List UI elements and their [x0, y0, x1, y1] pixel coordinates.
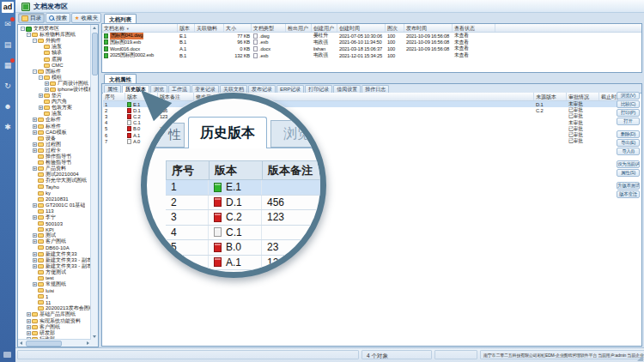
column-header[interactable]: 版本	[178, 24, 195, 32]
sidebar-tab-2[interactable]: ★收藏夹	[71, 13, 101, 23]
tree-node[interactable]: ky	[19, 190, 91, 196]
tree-node[interactable]: +GT2001C 01基础	[19, 202, 91, 208]
tree-node[interactable]: luisi	[19, 287, 91, 293]
action-button-4[interactable]: 删除(D)	[617, 130, 640, 138]
column-header[interactable]: 序号	[103, 93, 125, 100]
expand-icon[interactable]: +	[33, 148, 37, 153]
tree-node[interactable]: 底脚	[19, 56, 91, 62]
expand-icon[interactable]: +	[45, 87, 49, 92]
column-header[interactable]: 关联物料	[195, 24, 224, 32]
properties-tab-9[interactable]: 借阅设置	[333, 85, 361, 93]
tree-horizontal-scrollbar[interactable]	[18, 339, 91, 347]
column-header[interactable]: 图次	[386, 24, 404, 32]
column-header[interactable]: 发布时间	[404, 24, 453, 32]
expand-icon[interactable]: +	[27, 325, 31, 329]
monitor-icon[interactable]: ▦	[3, 60, 13, 70]
expand-icon[interactable]: +	[33, 130, 37, 135]
properties-tab-1[interactable]: 历史版本	[122, 85, 149, 93]
action-button-6[interactable]: 导入(I)	[617, 148, 640, 155]
tree-node[interactable]: Tayho	[19, 184, 91, 190]
properties-tab-7[interactable]: ERP记录	[276, 85, 304, 93]
action-button-2[interactable]: 打印(P)	[617, 109, 640, 117]
properties-tab-8[interactable]: 打印记录	[305, 85, 332, 93]
action-button-10[interactable]: 版本变迁	[617, 190, 640, 198]
expand-icon[interactable]: +	[39, 106, 43, 110]
history-version-row[interactable]: 1E.1D.1未审批	[103, 101, 618, 107]
column-header[interactable]: 审批情况	[567, 93, 599, 100]
properties-tab-2[interactable]: 浏览	[150, 85, 167, 93]
document-row[interactable]: 国标图019.exbB.196 KB.exb韦政强2021-06-10 11:3…	[102, 39, 641, 46]
expand-icon[interactable]: +	[33, 264, 37, 268]
expand-icon[interactable]: +	[33, 258, 37, 262]
column-header[interactable]: 文档类型	[252, 24, 286, 32]
expand-icon[interactable]: +	[33, 252, 37, 256]
tree-node[interactable]: 方便测试	[19, 269, 91, 275]
action-button-3[interactable]: 打开	[617, 118, 640, 125]
scroll-right-icon[interactable]	[87, 341, 89, 345]
expand-icon[interactable]: +	[33, 282, 37, 287]
expand-icon[interactable]: +	[39, 94, 43, 98]
action-button-7[interactable]: 设为当前(A)	[617, 160, 640, 168]
expand-icon[interactable]: +	[27, 312, 31, 317]
column-header[interactable]: 查看状态	[453, 24, 495, 32]
scrollbar-thumb[interactable]	[92, 33, 98, 75]
column-header[interactable]: 创建时间	[337, 24, 386, 32]
scroll-left-icon[interactable]	[20, 341, 22, 345]
resize-grip[interactable]	[637, 355, 643, 361]
document-row[interactable]: 2025国标图0002.exbB.1132 KB.exb韦政强2021-12-0…	[102, 52, 641, 59]
collapse-icon[interactable]	[3, 352, 11, 358]
tree-node[interactable]: +常规图纸	[19, 281, 91, 287]
properties-tab-5[interactable]: 关联文档	[220, 85, 247, 93]
expand-icon[interactable]: +	[33, 215, 37, 220]
expand-icon[interactable]: +	[33, 203, 37, 208]
sidebar-tab-0[interactable]: 目录	[18, 13, 45, 23]
refresh-icon[interactable]: ↻	[3, 81, 13, 91]
column-header[interactable]: 来源版本	[534, 93, 567, 100]
expand-icon[interactable]: +	[45, 81, 49, 86]
column-header[interactable]: 创建用户	[312, 24, 337, 32]
action-button-8[interactable]: 属性(S)	[617, 169, 640, 177]
collapse-icon[interactable]: -	[39, 75, 43, 80]
collapse-icon[interactable]: -	[33, 39, 37, 43]
collapse-icon[interactable]: -	[27, 33, 31, 37]
scroll-down-icon[interactable]	[93, 335, 96, 338]
app-logo[interactable]: ad	[2, 2, 14, 13]
tree-node[interactable]: 1	[19, 293, 91, 299]
properties-tab-0[interactable]: 属性	[104, 85, 121, 93]
properties-tab-4[interactable]: 变更记录	[191, 85, 219, 93]
folder-icon[interactable]: ▤	[3, 39, 13, 50]
users-icon[interactable]: ☻	[3, 101, 13, 112]
tree-node[interactable]: +研发部	[19, 330, 91, 336]
column-header[interactable]: 大小	[224, 24, 252, 32]
collapse-icon[interactable]: -	[21, 27, 25, 31]
document-row[interactable]: 国标图041.dwgE.177 KB.dwg晏桂升2021-07-05 10:3…	[102, 33, 641, 39]
tree-node[interactable]: +客户图纸	[19, 324, 91, 330]
collapse-icon[interactable]: -	[33, 69, 37, 74]
action-button-5[interactable]: 导出(E)	[617, 139, 640, 147]
action-button-0[interactable]: 浏览(V)	[617, 92, 640, 100]
properties-tab-3[interactable]: 工作流	[168, 85, 191, 93]
tree-node[interactable]: 乔光华大测试图纸	[19, 178, 91, 184]
column-header[interactable]: 检出用户	[286, 24, 312, 32]
expand-icon[interactable]: +	[33, 166, 37, 171]
column-header[interactable]: 文档名称 ▼	[102, 24, 178, 32]
properties-tab-6[interactable]: 发布记录	[248, 85, 276, 93]
properties-tab-10[interactable]: 操作日志	[361, 85, 389, 93]
action-button-9[interactable]: 升版本测试	[617, 182, 640, 190]
scroll-up-icon[interactable]	[93, 27, 96, 29]
expand-icon[interactable]: +	[33, 239, 37, 244]
message-icon[interactable]: ✉	[3, 19, 13, 29]
scrollbar-thumb[interactable]	[26, 341, 62, 347]
expand-icon[interactable]: +	[27, 319, 31, 323]
expand-icon[interactable]: +	[27, 331, 31, 335]
tree-vertical-scrollbar[interactable]	[90, 25, 98, 340]
settings-icon[interactable]: ✱	[3, 122, 13, 132]
tree-node[interactable]: +客户图纸	[19, 238, 91, 244]
expand-icon[interactable]: +	[33, 142, 37, 147]
expand-icon[interactable]: +	[33, 118, 37, 122]
tree-node[interactable]: +李宁	[19, 214, 91, 220]
document-row[interactable]: Word016.docxA.10 KB.docxlishan2021-03-18…	[102, 45, 641, 52]
action-button-1[interactable]: 比较(C)	[617, 100, 640, 108]
column-header[interactable]: 版本备注	[158, 93, 194, 100]
sidebar-tab-1[interactable]: 搜索	[46, 13, 70, 23]
